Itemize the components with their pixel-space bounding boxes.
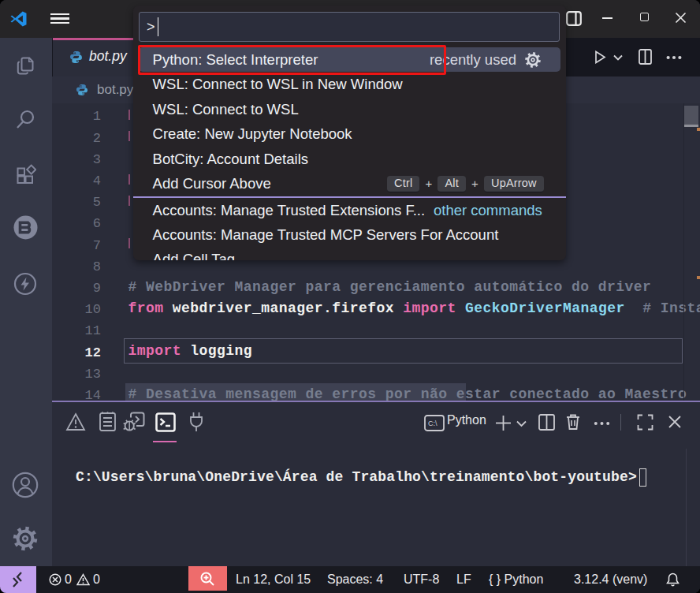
svg-text:C:\: C:\ [428, 420, 438, 427]
